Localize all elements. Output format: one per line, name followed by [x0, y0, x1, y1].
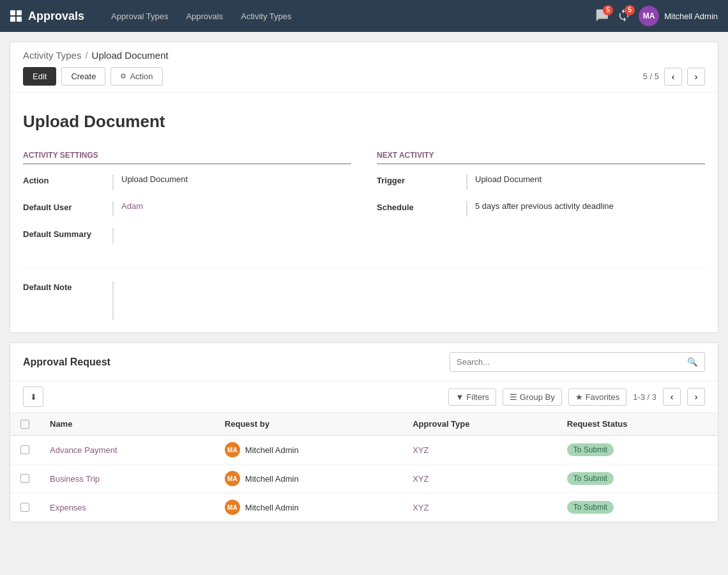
row-checkbox[interactable] — [20, 503, 29, 512]
row-name-link[interactable]: Business Trip — [50, 474, 100, 484]
row-checkbox[interactable] — [20, 474, 29, 483]
select-all-header — [10, 413, 40, 436]
favorites-button[interactable]: ★ Favorites — [568, 388, 626, 406]
status-badge: To Submit — [567, 443, 614, 456]
status-badge: To Submit — [567, 501, 614, 514]
user-avatar: MA — [639, 6, 659, 26]
breadcrumb-current: Upload Document — [92, 50, 169, 61]
trigger-label: Trigger — [377, 174, 466, 185]
default-summary-field-row: Default Summary — [23, 228, 351, 246]
col-approval-type: Approval Type — [402, 413, 557, 436]
breadcrumb: Activity Types / Upload Document — [23, 50, 705, 61]
brand-label: Approvals — [28, 10, 84, 23]
app-logo[interactable]: Approvals — [10, 10, 84, 23]
next-record-button[interactable]: › — [687, 68, 705, 86]
activity-settings-section: Activity Settings Action Upload Document… — [23, 151, 351, 255]
row-name-link[interactable]: Expenses — [50, 503, 86, 512]
trigger-field-row: Trigger Upload Document — [377, 174, 705, 192]
search-button[interactable]: 🔍 — [681, 353, 704, 371]
default-note-area: Default Note — [23, 268, 705, 319]
row-status: To Submit — [557, 464, 718, 493]
default-note-row: Default Note — [23, 281, 705, 319]
prev-record-button[interactable]: ‹ — [664, 68, 682, 86]
search-input[interactable] — [450, 353, 681, 371]
list-pagination-info: 1-3 / 3 — [633, 392, 656, 402]
top-navigation: Approvals Approval Types Approvals Activ… — [0, 0, 728, 32]
avatar-initials: MA — [643, 12, 655, 20]
form-content: Upload Document Activity Settings Action… — [10, 93, 718, 332]
prev-page-button[interactable]: ‹ — [663, 388, 681, 406]
schedule-label: Schedule — [377, 201, 466, 212]
default-note-value — [112, 281, 705, 319]
activity-badge: 5 — [625, 5, 635, 15]
trigger-value: Upload Document — [466, 174, 705, 190]
record-title: Upload Document — [23, 112, 705, 132]
row-user-name: Mitchell Admin — [245, 445, 299, 455]
action-button[interactable]: ⚙ Action — [110, 67, 162, 86]
nav-activity-types[interactable]: Activity Types — [233, 8, 299, 25]
next-activity-title: Next Activity — [377, 151, 705, 164]
default-user-field-row: Default User Adam — [23, 201, 351, 219]
user-menu[interactable]: MA Mitchell Admin — [639, 6, 718, 26]
row-user-avatar: MA — [225, 442, 240, 457]
row-checkbox-cell — [10, 464, 40, 493]
default-summary-label: Default Summary — [23, 228, 112, 239]
row-approval-type: XYZ — [402, 493, 557, 522]
row-user-name: Mitchell Admin — [245, 503, 299, 512]
col-request-by: Request by — [215, 413, 402, 436]
nav-approval-types[interactable]: Approval Types — [103, 8, 176, 25]
row-request-by: MA Mitchell Admin — [215, 464, 402, 493]
activity-icon[interactable]: 5 — [617, 8, 631, 24]
create-button[interactable]: Create — [61, 67, 105, 86]
row-user-avatar: MA — [225, 471, 240, 486]
table-body: Advance Payment MA Mitchell Admin XYZ To… — [10, 436, 718, 522]
row-user-avatar: MA — [225, 500, 240, 515]
col-name: Name — [40, 413, 215, 436]
default-user-value[interactable]: Adam — [112, 201, 351, 217]
groupby-button[interactable]: ☰ Group By — [503, 388, 562, 406]
table-row: Business Trip MA Mitchell Admin XYZ To S… — [10, 464, 718, 493]
breadcrumb-parent[interactable]: Activity Types — [23, 50, 81, 61]
record-toolbar: Edit Create ⚙ Action 5 / 5 ‹ › — [10, 61, 718, 93]
row-checkbox-cell — [10, 493, 40, 522]
select-all-checkbox[interactable] — [20, 420, 29, 429]
filter-icon: ▼ — [455, 392, 464, 402]
row-type-link[interactable]: XYZ — [413, 445, 428, 455]
search-bar: 🔍 — [450, 352, 705, 372]
row-checkbox-cell — [10, 436, 40, 464]
form-sections: Activity Settings Action Upload Document… — [23, 151, 705, 255]
row-name: Expenses — [40, 493, 215, 522]
messages-icon[interactable]: 5 — [595, 8, 609, 24]
col-request-status: Request Status — [557, 413, 718, 436]
schedule-field-row: Schedule 5 days after previous activity … — [377, 201, 705, 219]
row-type-link[interactable]: XYZ — [413, 503, 428, 512]
next-page-button[interactable]: › — [687, 388, 705, 406]
default-summary-value — [112, 228, 351, 243]
row-request-by: MA Mitchell Admin — [215, 493, 402, 522]
page-counter: 5 / 5 — [643, 72, 659, 81]
row-name-link[interactable]: Advance Payment — [50, 445, 118, 455]
action-value: Upload Document — [112, 174, 351, 190]
download-button[interactable]: ⬇ — [23, 387, 43, 407]
action-label: Action — [23, 174, 112, 185]
table-row: Advance Payment MA Mitchell Admin XYZ To… — [10, 436, 718, 464]
activity-type-panel: Activity Types / Upload Document Edit Cr… — [10, 42, 718, 333]
row-type-link[interactable]: XYZ — [413, 474, 428, 484]
row-approval-type: XYZ — [402, 436, 557, 464]
row-request-by: MA Mitchell Admin — [215, 436, 402, 464]
approval-request-header: Approval Request 🔍 — [10, 343, 718, 381]
nav-menu: Approval Types Approvals Activity Types — [103, 8, 299, 25]
user-name-label: Mitchell Admin — [664, 12, 718, 21]
approval-request-table: Name Request by Approval Type Request St… — [10, 413, 718, 522]
table-header: Name Request by Approval Type Request St… — [10, 413, 718, 436]
edit-button[interactable]: Edit — [23, 67, 56, 86]
filters-button[interactable]: ▼ Filters — [448, 388, 496, 406]
row-name: Business Trip — [40, 464, 215, 493]
approval-request-panel: Approval Request 🔍 ⬇ ▼ Filters ☰ Group B… — [10, 342, 718, 523]
default-note-label: Default Note — [23, 281, 112, 292]
groupby-icon: ☰ — [510, 392, 517, 402]
breadcrumb-separator: / — [85, 50, 87, 61]
grid-menu-icon[interactable] — [10, 10, 22, 22]
row-checkbox[interactable] — [20, 445, 29, 454]
nav-approvals[interactable]: Approvals — [178, 8, 231, 25]
